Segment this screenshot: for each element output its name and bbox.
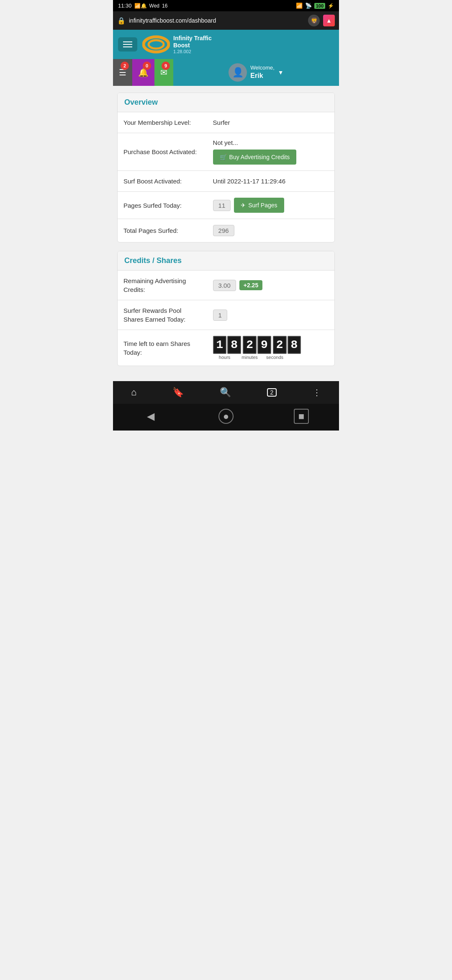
- minutes-section: 2 9: [243, 336, 271, 354]
- table-row: Remaining Advertising Credits: 3.00 +2.2…: [118, 271, 334, 300]
- brave-icon[interactable]: 🦁: [308, 15, 320, 26]
- minutes-label: minutes: [238, 355, 262, 360]
- credits-bonus-badge: +2.25: [239, 280, 262, 290]
- hours-label: hours: [213, 355, 236, 360]
- bottom-nav-tabs[interactable]: 2: [263, 387, 281, 398]
- signal-icon: 📶: [296, 3, 303, 9]
- bottom-nav-more[interactable]: ⋮: [308, 386, 325, 399]
- nav-menu-button[interactable]: ☰ 2: [113, 59, 132, 86]
- table-row: Your Membership Level: Surfer: [118, 112, 334, 133]
- seconds-section: 2 8: [273, 336, 301, 354]
- hamburger-line-1: [123, 41, 132, 42]
- second-digit-1: 2: [273, 336, 287, 354]
- battery-indicator: 100: [314, 3, 325, 9]
- paper-plane-icon: ✈: [241, 202, 246, 209]
- home-button[interactable]: ●: [218, 409, 234, 424]
- membership-label: Your Membership Level:: [118, 112, 209, 133]
- status-date: 16: [162, 3, 167, 9]
- table-row: Time left to earn Shares Today: 1 8 2: [118, 330, 334, 366]
- table-row: Surf Boost Activated: Until 2022-11-17 1…: [118, 171, 334, 192]
- overview-card: Overview Your Membership Level: Surfer P…: [117, 93, 335, 242]
- minute-digit-2: 9: [257, 336, 271, 354]
- hamburger-line-3: [123, 46, 132, 47]
- logo-line3: Boost: [173, 42, 190, 49]
- more-icon: ⋮: [313, 387, 321, 397]
- welcome-text: Welcome,: [250, 64, 275, 72]
- remaining-credits-label: Remaining Advertising Credits:: [118, 271, 209, 300]
- purchase-boost-value: Not yet... 🛒 Buy Advertising Credits: [209, 133, 334, 170]
- logo-line1: Infinity: [173, 35, 193, 41]
- status-right: 📶 📡 100 ⚡: [296, 3, 334, 9]
- cart-icon: 🛒: [220, 154, 227, 160]
- back-button[interactable]: ◀: [143, 409, 158, 424]
- bottom-nav-search[interactable]: 🔍: [216, 385, 235, 400]
- table-row: Total Pages Surfed: 296: [118, 219, 334, 242]
- user-avatar: 👤: [229, 63, 247, 82]
- pages-surfed-today-label: Pages Surfed Today:: [118, 195, 209, 216]
- surf-boost-date: Until 2022-11-17 11:29:46: [213, 178, 285, 185]
- pages-surfed-count: 11: [213, 200, 231, 211]
- search-icon: 🔍: [220, 387, 231, 398]
- hour-digit-2: 8: [227, 336, 241, 354]
- status-day: Wed: [149, 3, 159, 9]
- hours-section: 1 8: [213, 336, 241, 354]
- svg-point-0: [144, 37, 169, 52]
- nav-user-menu[interactable]: 👤 Welcome, Erik ▼: [173, 59, 339, 86]
- status-time: 11:30: [118, 3, 132, 9]
- uphold-icon[interactable]: ▲: [323, 15, 335, 26]
- email-badge: 9: [162, 62, 170, 70]
- user-dropdown-arrow: ▼: [278, 69, 284, 76]
- recent-apps-button[interactable]: ■: [294, 409, 309, 424]
- countdown-digits-row: 1 8 2 9 2: [213, 336, 301, 354]
- total-pages-value: 296: [209, 219, 334, 242]
- overview-card-header: Overview: [118, 93, 334, 112]
- bottom-nav-home[interactable]: ⌂: [127, 385, 141, 400]
- table-row: Surfer Rewards Pool Shares Earned Today:…: [118, 300, 334, 330]
- surf-pages-button[interactable]: ✈ Surf Pages: [234, 198, 284, 213]
- status-left: 11:30 📶🔔 Wed 16: [118, 3, 167, 9]
- credits-card-header: Credits / Shares: [118, 251, 334, 271]
- tabs-icon: 2: [267, 388, 277, 397]
- wifi-icon: 📡: [305, 3, 312, 9]
- time-left-label: Time left to earn Shares Today:: [118, 333, 209, 363]
- purchase-boost-label: Purchase Boost Activated:: [118, 142, 209, 162]
- battery-percent-icon: ⚡: [328, 3, 334, 9]
- shares-count: 1: [213, 309, 227, 321]
- device-bottom-bar: ◀ ● ■: [113, 404, 339, 431]
- buy-advertising-credits-button[interactable]: 🛒 Buy Advertising Credits: [213, 150, 297, 165]
- table-row: Purchase Boost Activated: Not yet... 🛒 B…: [118, 133, 334, 171]
- membership-level: Surfer: [213, 119, 230, 126]
- surf-boost-value: Until 2022-11-17 11:29:46: [209, 172, 334, 191]
- nav-email-button[interactable]: ✉ 9: [154, 59, 173, 86]
- countdown-timer: 1 8 2 9 2: [213, 336, 301, 360]
- remaining-credits-value: 3.00 +2.25: [209, 274, 334, 297]
- logo-text-area: Infinity Traffic Boost 1.28.002: [173, 35, 212, 54]
- surf-boost-label: Surf Boost Activated:: [118, 171, 209, 191]
- app-header: Infinity Traffic Boost 1.28.002: [113, 30, 339, 59]
- hamburger-button[interactable]: [118, 37, 137, 52]
- membership-value: Surfer: [209, 113, 334, 132]
- bottom-nav: ⌂ 🔖 🔍 2 ⋮: [113, 381, 339, 404]
- logo-svg: [142, 34, 170, 55]
- url-bar[interactable]: infinitytrafficboost.com/dashboard: [129, 17, 305, 24]
- bookmark-icon: 🔖: [172, 387, 184, 398]
- nav-notification-button[interactable]: 🔔 0: [132, 59, 154, 86]
- user-name-area: Welcome, Erik: [250, 64, 275, 80]
- credits-shares-card: Credits / Shares Remaining Advertising C…: [117, 251, 335, 366]
- buy-credits-label: Buy Advertising Credits: [229, 154, 290, 160]
- time-left-value: 1 8 2 9 2: [209, 330, 334, 366]
- main-content: Overview Your Membership Level: Surfer P…: [113, 86, 339, 381]
- pages-surfed-today-value: 11 ✈ Surf Pages: [209, 192, 334, 219]
- bottom-nav-bookmark[interactable]: 🔖: [168, 385, 188, 400]
- notification-badge: 0: [143, 62, 151, 70]
- total-pages-label: Total Pages Surfed:: [118, 220, 209, 241]
- home-icon: ⌂: [131, 387, 136, 398]
- status-bar: 11:30 📶🔔 Wed 16 📶 📡 100 ⚡: [113, 0, 339, 11]
- user-name: Erik: [250, 72, 275, 80]
- purchase-boost-status: Not yet...: [213, 139, 297, 146]
- total-pages-count: 296: [213, 225, 234, 236]
- status-icons: 📶🔔: [134, 3, 147, 9]
- svg-point-1: [149, 40, 164, 49]
- menu-badge: 2: [121, 62, 129, 70]
- second-digit-2: 8: [288, 336, 301, 354]
